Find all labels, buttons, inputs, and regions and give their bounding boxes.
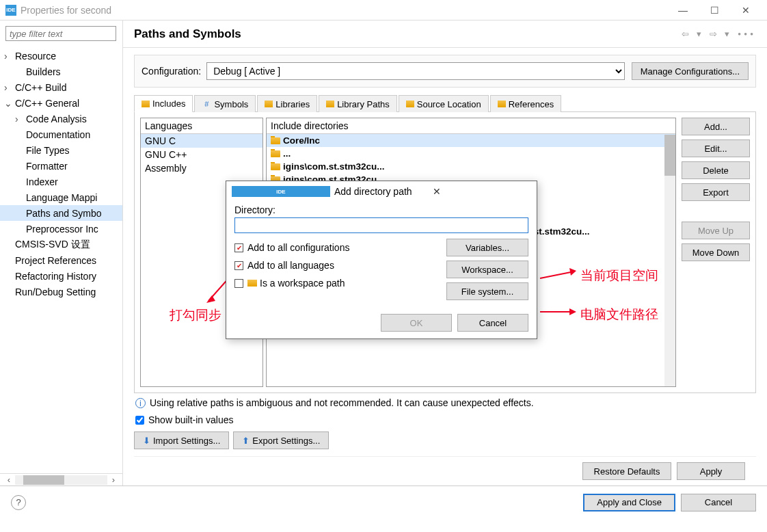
configuration-select[interactable]: Debug [ Active ]: [206, 62, 625, 80]
tree-item[interactable]: Language Mappi: [0, 189, 122, 205]
tabs: Includes#SymbolsLibrariesLibrary PathsSo…: [134, 94, 756, 112]
cancel-button[interactable]: Cancel: [681, 494, 756, 511]
restore-defaults-button[interactable]: Restore Defaults: [582, 462, 671, 480]
page-header: Paths and Symbols ⇦ ▾ ⇨ ▾ ⦁⦁⦁: [123, 21, 767, 48]
dialog-titlebar: IDE Add directory path ✕: [226, 181, 537, 202]
nav-tree: ›ResourceBuilders›C/C++ Build⌄C/C++ Gene…: [0, 46, 122, 473]
dialog-close-icon[interactable]: ✕: [433, 186, 531, 197]
tree-item[interactable]: File Types: [0, 142, 122, 158]
dialog-title: Add directory path: [334, 186, 433, 197]
sidebar: ›ResourceBuilders›C/C++ Build⌄C/C++ Gene…: [0, 21, 123, 486]
tree-item[interactable]: ⌄C/C++ General: [0, 95, 122, 111]
show-builtin-label: Show built-in values: [148, 414, 234, 425]
page-title: Paths and Symbols: [134, 27, 682, 41]
tree-item[interactable]: ›Code Analysis: [0, 111, 122, 127]
tree-item[interactable]: Run/Debug Setting: [0, 284, 122, 300]
add-directory-dialog: IDE Add directory path ✕ Directory: ✔Add…: [226, 181, 537, 339]
info-row: i Using relative paths is ambiguous and …: [134, 393, 756, 412]
include-directories-header: Include directories: [267, 118, 675, 134]
tab-library-paths[interactable]: Library Paths: [319, 95, 397, 112]
tab-libraries[interactable]: Libraries: [257, 95, 317, 112]
include-row[interactable]: igins\com.st.stm32cu...: [267, 160, 675, 173]
tree-item[interactable]: Paths and Symbo: [0, 205, 122, 221]
directory-input[interactable]: [234, 217, 528, 233]
dialog-ok-button[interactable]: OK: [381, 314, 452, 332]
tree-item[interactable]: Preprocessor Inc: [0, 221, 122, 237]
directory-label: Directory:: [234, 204, 528, 215]
configuration-row: Configuration: Debug [ Active ] Manage C…: [134, 55, 756, 88]
horizontal-scrollbar[interactable]: ‹ ›: [0, 473, 122, 486]
tab-source-location[interactable]: Source Location: [399, 95, 489, 112]
move-up-button[interactable]: Move Up: [682, 222, 750, 239]
maximize-icon[interactable]: ☐: [699, 0, 730, 21]
export-settings-button[interactable]: ⬆Export Settings...: [233, 431, 329, 449]
header-nav-icons[interactable]: ⇦ ▾ ⇨ ▾ ⦁⦁⦁: [682, 29, 756, 40]
info-icon: i: [135, 398, 146, 408]
tree-item[interactable]: ›Resource: [0, 48, 122, 64]
filesystem-button[interactable]: File system...: [446, 282, 528, 300]
info-text: Using relative paths is ambiguous and no…: [150, 397, 534, 408]
folder-icon: [271, 137, 280, 144]
tree-item[interactable]: Formatter: [0, 158, 122, 174]
tree-item[interactable]: Refactoring History: [0, 268, 122, 284]
move-down-button[interactable]: Move Down: [682, 243, 750, 261]
language-item[interactable]: Assembly: [141, 161, 263, 175]
tree-item[interactable]: Project References: [0, 252, 122, 268]
include-row[interactable]: ...: [267, 147, 675, 160]
ide-icon: IDE: [232, 186, 330, 197]
tab-includes[interactable]: Includes: [134, 95, 193, 112]
include-scrollbar[interactable]: [664, 135, 675, 386]
add-to-all-configs-check[interactable]: ✔Add to all configurations: [234, 239, 446, 256]
include-row[interactable]: Core/Inc: [267, 134, 675, 147]
tab-symbols[interactable]: #Symbols: [194, 95, 256, 112]
titlebar: IDE Properties for second — ☐ ✕: [0, 0, 767, 21]
show-builtin-row[interactable]: Show built-in values: [134, 412, 756, 427]
show-builtin-checkbox[interactable]: [135, 416, 144, 425]
add-to-all-langs-check[interactable]: ✔Add to all languages: [234, 256, 446, 274]
folder-icon: [247, 280, 257, 287]
dialog-cancel-button[interactable]: Cancel: [457, 314, 528, 332]
add-button[interactable]: Add...: [682, 118, 750, 135]
filter-input[interactable]: [5, 26, 116, 41]
import-settings-button[interactable]: ⬇Import Settings...: [134, 431, 229, 449]
folder-icon: [271, 150, 280, 157]
edit-button[interactable]: Edit...: [682, 139, 750, 157]
ide-icon: IDE: [5, 5, 16, 16]
variables-button[interactable]: Variables...: [446, 239, 528, 256]
close-icon[interactable]: ✕: [730, 0, 762, 21]
workspace-button[interactable]: Workspace...: [446, 261, 528, 278]
minimize-icon[interactable]: —: [667, 0, 699, 21]
export-button[interactable]: Export: [682, 183, 750, 201]
help-icon[interactable]: ?: [11, 495, 26, 510]
folder-icon: [271, 163, 280, 170]
tree-item[interactable]: Builders: [0, 64, 122, 79]
tree-item[interactable]: Indexer: [0, 174, 122, 189]
window-title: Properties for second: [21, 5, 667, 16]
side-buttons: Add... Edit... Delete Export Move Up Mov…: [682, 118, 750, 387]
tree-item[interactable]: CMSIS-SVD 设置: [0, 237, 122, 252]
languages-header: Languages: [141, 118, 263, 134]
apply-and-close-button[interactable]: Apply and Close: [583, 494, 675, 511]
apply-button[interactable]: Apply: [677, 462, 745, 480]
language-item[interactable]: GNU C: [141, 134, 263, 148]
dialog-footer: ? Apply and Close Cancel: [0, 486, 767, 518]
delete-button[interactable]: Delete: [682, 161, 750, 179]
manage-configurations-button[interactable]: Manage Configurations...: [632, 62, 749, 80]
is-workspace-path-check[interactable]: Is a workspace path: [234, 274, 446, 292]
tab-references[interactable]: References: [490, 95, 561, 112]
tree-item[interactable]: ›C/C++ Build: [0, 79, 122, 95]
configuration-label: Configuration:: [142, 66, 201, 77]
language-item[interactable]: GNU C++: [141, 148, 263, 161]
tree-item[interactable]: Documentation: [0, 127, 122, 142]
